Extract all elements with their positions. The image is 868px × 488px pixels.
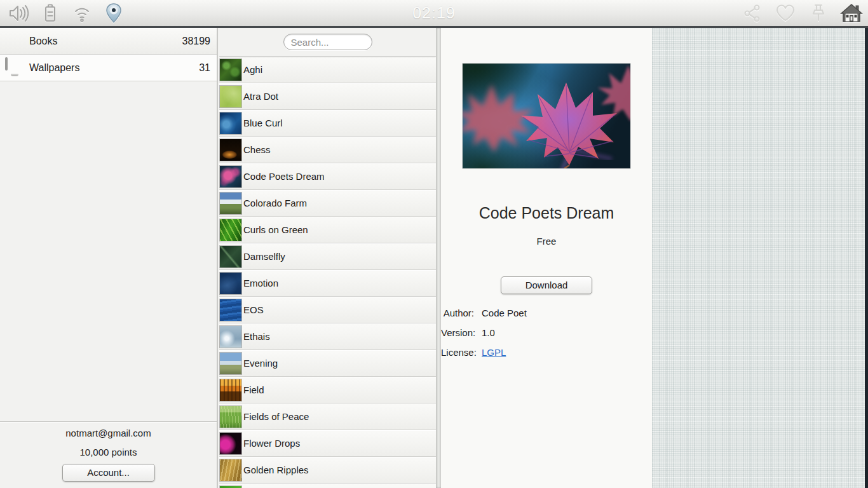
wallpaper-name: Fields of Peace (243, 411, 309, 422)
list-item[interactable]: Golden Ripples (219, 457, 436, 484)
version-label: Version: (441, 327, 474, 338)
wallpaper-thumbnail (220, 406, 241, 428)
wallpaper-list: Aghi Atra Dot Blue Curl Chess Code Poets… (219, 57, 436, 488)
account-email: notmart@gmail.com (0, 428, 217, 438)
wallpaper-name: Damselfly (243, 251, 285, 262)
wallpaper-thumbnail (220, 193, 241, 214)
wallpaper-name: EOS (243, 304, 264, 315)
book-icon (5, 30, 24, 51)
list-item[interactable]: Fields of Peace (219, 403, 436, 430)
wallpaper-thumbnail (220, 59, 241, 81)
wallpaper-name: Curls on Green (243, 224, 308, 235)
wallpaper-name: Aghi (243, 64, 262, 75)
category-count: 31 (199, 62, 210, 74)
list-item[interactable]: Evening (219, 350, 436, 377)
wallpaper-name: Ethais (243, 331, 270, 342)
wallpaper-thumbnail (220, 219, 241, 241)
list-item[interactable]: EOS (219, 297, 436, 323)
wifi-icon[interactable] (70, 1, 93, 25)
screen: 02:19 (0, 0, 868, 488)
category-label: Books (29, 36, 182, 47)
list-item[interactable]: Field (219, 377, 436, 403)
detail-price: Free (441, 236, 652, 247)
sidebar-item-wallpapers[interactable]: Wallpapers 31 (0, 55, 217, 81)
wallpaper-name: Colorado Farm (243, 198, 307, 208)
wallpaper-name: Golden Ripples (243, 464, 309, 475)
wallpaper-thumbnail (220, 326, 241, 348)
volume-icon[interactable] (6, 1, 30, 25)
wallpaper-list-panel: Aghi Atra Dot Blue Curl Chess Code Poets… (219, 28, 436, 488)
list-item[interactable]: Code Poets Dream (219, 163, 436, 190)
action-icons (740, 0, 863, 26)
battery-icon[interactable] (38, 1, 62, 25)
screen-edge (865, 28, 868, 488)
list-item[interactable]: Blue Curl (219, 110, 436, 137)
wallpaper-name: Flower Drops (243, 438, 300, 449)
wallpaper-name: Emotion (243, 278, 278, 288)
detail-title: Code Poets Dream (441, 204, 652, 222)
author-value: Code Poet (482, 308, 527, 318)
wallpaper-thumbnail (220, 353, 241, 374)
detail-fields: Author: Code Poet Version: 1.0 License: … (441, 308, 652, 358)
wallpaper-name: Evening (243, 358, 278, 369)
wallpaper-thumbnail (220, 433, 241, 454)
location-icon[interactable] (102, 1, 125, 25)
wallpaper-thumbnail (220, 379, 241, 401)
wallpaper-name: Chess (243, 144, 271, 155)
wallpaper-thumbnail (220, 112, 241, 134)
list-item[interactable] (219, 484, 436, 488)
category-label: Wallpapers (29, 62, 199, 74)
list-item[interactable]: Ethais (219, 323, 436, 350)
wallpaper-name: Field (243, 384, 264, 395)
list-item[interactable]: Colorado Farm (219, 190, 436, 217)
list-item[interactable]: Chess (219, 137, 436, 163)
top-panel: 02:19 (0, 0, 868, 28)
wallpaper-thumbnail (220, 166, 241, 187)
search-input[interactable] (283, 34, 372, 50)
download-button[interactable]: Download (501, 276, 592, 294)
wallpaper-thumbnail (220, 273, 241, 294)
version-value: 1.0 (482, 327, 495, 338)
wallpaper-name: Code Poets Dream (243, 171, 325, 182)
home-icon[interactable] (839, 1, 863, 25)
author-field: Author: Code Poet (441, 308, 652, 318)
wallpaper-thumbnail (220, 86, 241, 107)
desktop-background (652, 28, 865, 488)
account-points: 10,000 points (0, 447, 217, 458)
list-item[interactable]: Damselfly (219, 243, 436, 270)
wallpaper-thumbnail (220, 246, 241, 268)
list-item[interactable]: Emotion (219, 270, 436, 297)
status-icons (0, 1, 125, 25)
wallpaper-thumbnail (220, 459, 241, 481)
wallpaper-thumbnail (220, 139, 241, 161)
wallpaper-preview-image (463, 64, 630, 168)
share-icon[interactable] (740, 1, 764, 25)
sidebar: Books 38199 Wallpapers 31 notmart@gmail.… (0, 28, 218, 488)
version-field: Version: 1.0 (441, 327, 652, 338)
license-link[interactable]: LGPL (482, 347, 506, 358)
heart-icon[interactable] (773, 1, 797, 25)
list-item[interactable]: Aghi (219, 57, 436, 83)
list-header (219, 28, 436, 57)
pin-icon[interactable] (806, 1, 830, 25)
panel-divider (436, 28, 441, 488)
author-label: Author: (441, 308, 474, 318)
wallpaper-name: Atra Dot (243, 91, 278, 102)
wallpaper-name: Blue Curl (243, 118, 283, 128)
detail-panel: Code Poets Dream Free Download Author: C… (441, 28, 652, 488)
wallpaper-thumbnail (220, 299, 241, 321)
category-count: 38199 (182, 36, 211, 47)
wallpaper-thumbnail (220, 486, 241, 488)
clock: 02:19 (0, 0, 868, 26)
list-item[interactable]: Curls on Green (219, 217, 436, 243)
sidebar-item-books[interactable]: Books 38199 (0, 28, 217, 55)
license-label: License: (441, 347, 474, 358)
account-button[interactable]: Account... (62, 464, 155, 482)
account-section: notmart@gmail.com 10,000 points Account.… (0, 421, 217, 488)
list-item[interactable]: Flower Drops (219, 430, 436, 457)
license-field: License: LGPL (441, 347, 652, 358)
monitor-icon (5, 57, 24, 78)
list-item[interactable]: Atra Dot (219, 83, 436, 110)
